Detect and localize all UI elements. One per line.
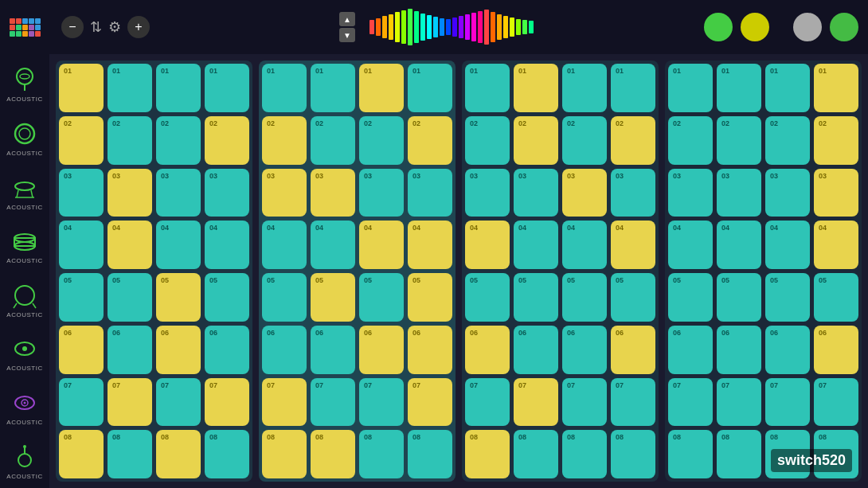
sidebar-item-3[interactable]: ACOUSTIC (1, 219, 49, 273)
pad-1-3-3[interactable]: 04 (408, 221, 452, 269)
pad-1-2-2[interactable]: 03 (359, 169, 404, 217)
pad-0-2-3[interactable]: 03 (205, 169, 249, 217)
pad-1-3-1[interactable]: 04 (311, 221, 355, 269)
y-button[interactable] (741, 13, 769, 41)
pad-0-2-2[interactable]: 03 (156, 169, 201, 217)
pad-2-6-3[interactable]: 07 (611, 378, 655, 427)
pad-1-7-0[interactable]: 08 (262, 430, 307, 478)
pad-2-0-2[interactable]: 01 (562, 64, 607, 112)
pad-0-3-2[interactable]: 04 (156, 221, 201, 269)
pad-3-4-3[interactable]: 05 (814, 273, 858, 322)
pad-3-3-3[interactable]: 04 (814, 221, 858, 269)
pad-1-5-2[interactable]: 06 (359, 326, 404, 374)
pad-3-0-2[interactable]: 01 (765, 64, 810, 112)
pad-2-1-0[interactable]: 02 (465, 116, 510, 165)
sidebar-item-7[interactable]: ACOUSTIC (1, 434, 49, 488)
pad-3-4-2[interactable]: 05 (765, 273, 810, 322)
pad-3-1-0[interactable]: 02 (668, 116, 713, 165)
pad-2-0-3[interactable]: 01 (611, 64, 655, 112)
pad-2-1-3[interactable]: 02 (611, 116, 655, 165)
pad-0-2-1[interactable]: 03 (108, 169, 152, 217)
pad-1-0-1[interactable]: 01 (311, 64, 355, 112)
pad-0-0-0[interactable]: 01 (59, 64, 104, 112)
pad-1-5-1[interactable]: 06 (311, 326, 355, 374)
pad-1-1-0[interactable]: 02 (262, 116, 307, 165)
pad-2-0-1[interactable]: 01 (514, 64, 558, 112)
pad-2-5-0[interactable]: 06 (465, 326, 510, 374)
pad-0-4-3[interactable]: 05 (205, 273, 249, 322)
pad-0-5-2[interactable]: 06 (156, 326, 201, 374)
pad-0-4-1[interactable]: 05 (108, 273, 152, 322)
a-button[interactable] (793, 13, 822, 41)
pad-0-0-2[interactable]: 01 (156, 64, 201, 112)
pad-0-7-0[interactable]: 08 (59, 430, 104, 478)
pad-2-5-3[interactable]: 06 (611, 326, 655, 374)
pad-3-1-2[interactable]: 02 (765, 116, 810, 165)
pad-2-7-3[interactable]: 08 (611, 430, 655, 478)
pad-2-6-0[interactable]: 07 (465, 378, 510, 427)
sidebar-item-5[interactable]: ACOUSTIC (1, 326, 49, 381)
pad-3-5-2[interactable]: 06 (765, 326, 810, 374)
pad-3-1-3[interactable]: 02 (814, 116, 858, 165)
pad-3-2-2[interactable]: 03 (765, 169, 810, 217)
pad-3-0-3[interactable]: 01 (814, 64, 858, 112)
pad-0-2-0[interactable]: 03 (59, 169, 104, 217)
pad-0-1-0[interactable]: 02 (59, 116, 104, 165)
pad-2-7-2[interactable]: 08 (562, 430, 607, 478)
pad-1-1-1[interactable]: 02 (311, 116, 355, 165)
pad-0-6-1[interactable]: 07 (108, 378, 152, 427)
pad-0-3-0[interactable]: 04 (59, 221, 104, 269)
pad-3-5-1[interactable]: 06 (717, 326, 761, 374)
pad-1-6-1[interactable]: 07 (311, 378, 355, 427)
pad-0-0-3[interactable]: 01 (205, 64, 249, 112)
pad-2-3-3[interactable]: 04 (611, 221, 655, 269)
pad-1-1-2[interactable]: 02 (359, 116, 404, 165)
sidebar-item-6[interactable]: ACOUSTIC (1, 381, 49, 435)
minus-button[interactable]: − (61, 16, 84, 38)
pad-2-6-2[interactable]: 07 (562, 378, 607, 427)
pad-3-5-3[interactable]: 06 (814, 326, 858, 374)
pad-3-0-1[interactable]: 01 (717, 64, 761, 112)
sidebar-item-1[interactable]: ACOUSTIC (1, 111, 49, 166)
pad-3-3-1[interactable]: 04 (717, 221, 761, 269)
pad-1-7-2[interactable]: 08 (359, 430, 404, 478)
pad-3-6-0[interactable]: 07 (668, 378, 713, 427)
pad-3-0-0[interactable]: 01 (668, 64, 713, 112)
pad-1-6-2[interactable]: 07 (359, 378, 404, 427)
plus-button[interactable]: + (127, 16, 150, 38)
pad-0-7-1[interactable]: 08 (108, 430, 152, 478)
pad-3-7-1[interactable]: 08 (717, 430, 761, 478)
pad-1-7-3[interactable]: 08 (408, 430, 452, 478)
pad-3-2-0[interactable]: 03 (668, 169, 713, 217)
pad-1-7-1[interactable]: 08 (311, 430, 355, 478)
d-button[interactable] (830, 13, 858, 41)
pad-2-2-2[interactable]: 03 (562, 169, 607, 217)
pad-2-4-1[interactable]: 05 (514, 273, 558, 322)
pad-3-3-2[interactable]: 04 (765, 221, 810, 269)
pad-3-7-3[interactable]: 08 (814, 430, 858, 478)
pad-0-6-0[interactable]: 07 (59, 378, 104, 427)
pad-2-4-0[interactable]: 05 (465, 273, 510, 322)
pad-2-7-0[interactable]: 08 (465, 430, 510, 478)
pad-0-1-1[interactable]: 02 (108, 116, 152, 165)
tempo-up-button[interactable]: ▲ (339, 12, 355, 26)
tempo-down-button[interactable]: ▼ (339, 28, 355, 42)
pad-3-4-1[interactable]: 05 (717, 273, 761, 322)
pad-3-5-0[interactable]: 06 (668, 326, 713, 374)
pad-3-6-2[interactable]: 07 (765, 378, 810, 427)
pad-2-4-2[interactable]: 05 (562, 273, 607, 322)
pad-2-1-1[interactable]: 02 (514, 116, 558, 165)
pad-0-1-3[interactable]: 02 (205, 116, 249, 165)
pad-2-4-3[interactable]: 05 (611, 273, 655, 322)
pad-0-4-0[interactable]: 05 (59, 273, 104, 322)
pad-0-7-2[interactable]: 08 (156, 430, 201, 478)
pad-0-5-3[interactable]: 06 (205, 326, 249, 374)
pad-3-2-3[interactable]: 03 (814, 169, 858, 217)
pad-2-1-2[interactable]: 02 (562, 116, 607, 165)
pad-1-4-3[interactable]: 05 (408, 273, 452, 322)
pad-3-1-1[interactable]: 02 (717, 116, 761, 165)
pad-2-5-1[interactable]: 06 (514, 326, 558, 374)
sidebar-item-0[interactable]: ACOUSTIC (1, 57, 49, 111)
pad-0-1-2[interactable]: 02 (156, 116, 201, 165)
pad-0-6-2[interactable]: 07 (156, 378, 201, 427)
